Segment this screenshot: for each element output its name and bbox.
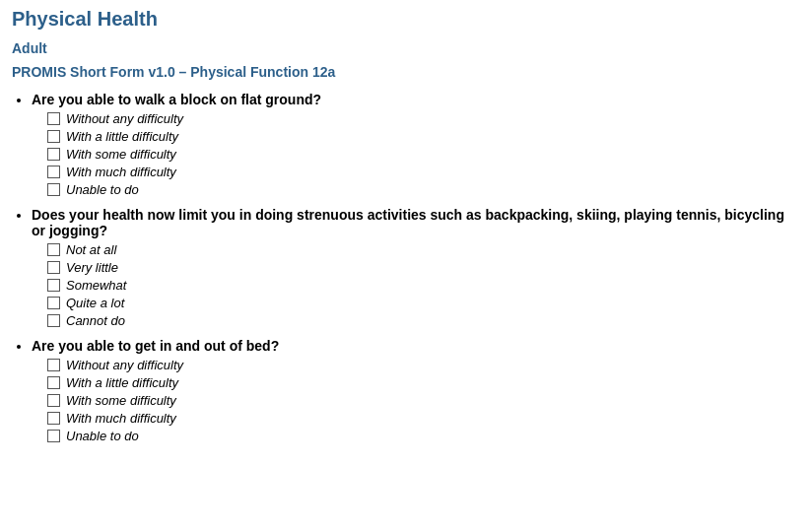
option-label-1-3: With some difficulty — [66, 147, 176, 162]
checkbox-1-4[interactable] — [47, 166, 60, 178]
checkbox-2-3[interactable] — [47, 279, 60, 292]
option-item-1-2: With a little difficulty — [47, 129, 800, 144]
option-label-3-3: With some difficulty — [66, 393, 176, 408]
checkbox-3-5[interactable] — [47, 430, 60, 442]
checkbox-3-3[interactable] — [47, 394, 60, 407]
option-label-1-4: With much difficulty — [66, 165, 176, 179]
checkbox-2-1[interactable] — [47, 243, 60, 256]
option-item-3-2: With a little difficulty — [47, 375, 800, 390]
option-label-1-1: Without any difficulty — [66, 111, 183, 126]
options-list-3: Without any difficultyWith a little diff… — [32, 358, 800, 443]
checkbox-3-1[interactable] — [47, 359, 60, 371]
option-label-2-5: Cannot do — [66, 313, 125, 328]
checkbox-3-2[interactable] — [47, 376, 60, 389]
question-list: Are you able to walk a block on flat gro… — [12, 92, 800, 443]
option-item-2-5: Cannot do — [47, 313, 800, 328]
checkbox-1-1[interactable] — [47, 112, 60, 125]
option-item-1-5: Unable to do — [47, 182, 800, 197]
option-item-2-1: Not at all — [47, 242, 800, 257]
option-item-1-4: With much difficulty — [47, 165, 800, 179]
page-title: Physical Health — [12, 8, 800, 31]
checkbox-2-4[interactable] — [47, 297, 60, 309]
checkbox-3-4[interactable] — [47, 412, 60, 425]
checkbox-1-5[interactable] — [47, 183, 60, 196]
option-label-2-3: Somewhat — [66, 278, 126, 293]
option-label-3-5: Unable to do — [66, 429, 139, 443]
question-text-2: Does your health now limit you in doing … — [32, 207, 800, 238]
option-label-1-5: Unable to do — [66, 182, 139, 197]
checkbox-1-2[interactable] — [47, 130, 60, 143]
option-item-1-3: With some difficulty — [47, 147, 800, 162]
question-item-3: Are you able to get in and out of bed?Wi… — [32, 338, 800, 443]
checkbox-2-2[interactable] — [47, 261, 60, 274]
option-item-3-1: Without any difficulty — [47, 358, 800, 372]
section-label: Adult — [12, 40, 800, 56]
option-label-1-2: With a little difficulty — [66, 129, 178, 144]
question-text-1: Are you able to walk a block on flat gro… — [32, 92, 800, 107]
option-label-3-2: With a little difficulty — [66, 375, 178, 390]
checkbox-2-5[interactable] — [47, 314, 60, 327]
option-label-2-4: Quite a lot — [66, 296, 124, 310]
question-item-1: Are you able to walk a block on flat gro… — [32, 92, 800, 197]
option-item-2-2: Very little — [47, 260, 800, 275]
option-label-3-1: Without any difficulty — [66, 358, 183, 372]
option-item-3-3: With some difficulty — [47, 393, 800, 408]
checkbox-1-3[interactable] — [47, 148, 60, 161]
option-item-3-4: With much difficulty — [47, 411, 800, 426]
form-title: PROMIS Short Form v1.0 – Physical Functi… — [12, 64, 800, 80]
question-item-2: Does your health now limit you in doing … — [32, 207, 800, 328]
option-label-2-1: Not at all — [66, 242, 116, 257]
option-label-3-4: With much difficulty — [66, 411, 176, 426]
option-item-3-5: Unable to do — [47, 429, 800, 443]
option-item-2-3: Somewhat — [47, 278, 800, 293]
option-item-2-4: Quite a lot — [47, 296, 800, 310]
option-item-1-1: Without any difficulty — [47, 111, 800, 126]
option-label-2-2: Very little — [66, 260, 118, 275]
options-list-2: Not at allVery littleSomewhatQuite a lot… — [32, 242, 800, 328]
question-text-3: Are you able to get in and out of bed? — [32, 338, 800, 354]
options-list-1: Without any difficultyWith a little diff… — [32, 111, 800, 197]
